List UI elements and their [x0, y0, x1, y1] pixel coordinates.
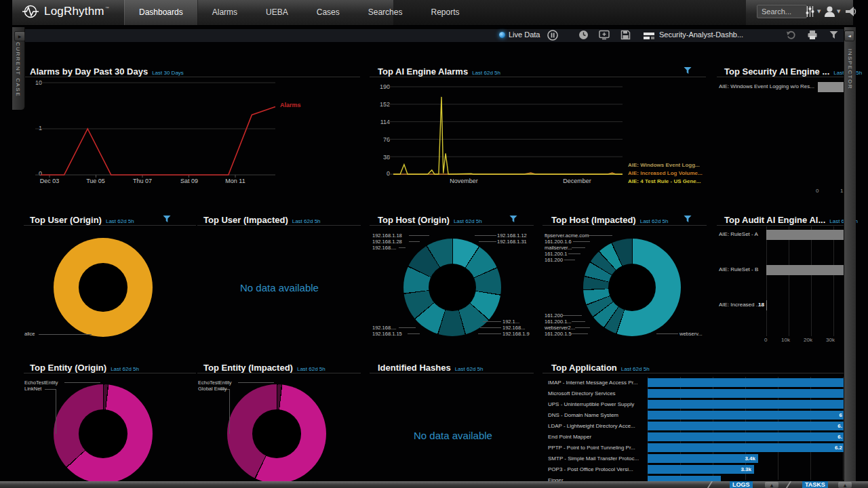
top-nav: LogRhythm ™ DashboardsAlarmsUEBACasesSea… — [12, 0, 853, 26]
nav-tab-ueba[interactable]: UEBA — [252, 0, 302, 25]
brand-logo[interactable]: LogRhythm ™ — [22, 4, 109, 19]
leader-line — [478, 333, 501, 334]
leader-line — [483, 321, 501, 322]
dashboard-selector[interactable]: Security-Analyst-Dashb... — [659, 30, 743, 39]
leader-line — [571, 333, 588, 334]
add-widget-icon[interactable] — [599, 30, 610, 43]
clock-icon[interactable] — [578, 30, 589, 43]
bar[interactable]: 3.3k — [648, 465, 754, 474]
bar-row-label: AIE: Windows Event Logging w/o Res... — [719, 83, 818, 89]
bar-row-label: Microsoft Directory Services — [548, 390, 646, 396]
gridline — [833, 226, 834, 336]
leader-line — [479, 241, 496, 242]
bar-value-label: 6. — [837, 423, 842, 429]
leader-line — [408, 333, 420, 334]
bar[interactable]: 6 — [648, 411, 852, 420]
bar-row-label: AIE: RuleSet - A — [719, 231, 765, 237]
nav-tab-alarms[interactable]: Alarms — [198, 0, 252, 25]
bar[interactable] — [648, 400, 852, 409]
donut-top-host-impacted[interactable] — [583, 239, 681, 336]
expand-tasks-button[interactable]: ▲ — [838, 482, 852, 488]
collapse-inspector-button[interactable]: ◄ — [844, 30, 854, 41]
leader-line — [238, 382, 274, 383]
bar[interactable] — [648, 378, 852, 387]
megaphone-icon[interactable] — [844, 6, 856, 20]
bar[interactable]: 18 — [766, 300, 767, 310]
chevron-down-icon[interactable]: ▼ — [817, 9, 821, 14]
undo-icon[interactable] — [786, 30, 796, 43]
donut-slice-label: 192.168.1.12 — [497, 232, 527, 239]
save-icon[interactable] — [620, 30, 631, 43]
search-input[interactable] — [757, 5, 807, 18]
legend-item[interactable]: AIE: 4 Test Rule - US Gene... — [628, 178, 701, 184]
panel-title-top-aie-alarms: Top AI Engine AlarmsLast 62d 5h — [378, 65, 500, 77]
panel-title-top-security-aie: Top Security AI Engine ...Last 62d 5h — [724, 65, 862, 77]
top-aie-alarms-line-chart[interactable] — [373, 78, 631, 181]
leader-line — [564, 260, 575, 260]
alarms-by-day-line-chart[interactable] — [27, 78, 285, 181]
leader-line — [572, 321, 585, 322]
panel-title-top-entity-origin: Top Entity (Origin)Last 62d 5h — [30, 361, 139, 373]
chevron-down-icon[interactable]: ▼ — [837, 9, 840, 14]
donut-slice-label: 161.200.1 — [545, 251, 567, 257]
inspector-panel-strip[interactable]: INSPECTOR — [844, 27, 856, 481]
donut-slice-label: EchoTestEntity — [24, 380, 58, 386]
leader-line — [656, 333, 678, 334]
logrhythm-dashboard: LogRhythm ™ DashboardsAlarmsUEBACasesSea… — [0, 0, 868, 488]
bar[interactable] — [766, 265, 852, 275]
user-icon[interactable] — [824, 5, 835, 20]
filter-icon[interactable] — [684, 214, 692, 226]
filter-icon[interactable] — [829, 30, 838, 42]
nav-tab-dashboards[interactable]: Dashboards — [124, 0, 198, 25]
pause-icon[interactable] — [547, 30, 558, 43]
bar[interactable] — [766, 230, 852, 240]
live-data-label[interactable]: Live Data — [509, 30, 540, 39]
filters-icon[interactable] — [806, 5, 814, 20]
filter-icon[interactable] — [509, 214, 517, 226]
nav-tab-reports[interactable]: Reports — [416, 0, 473, 25]
dashboard-layout-icon[interactable] — [644, 31, 654, 43]
bar[interactable]: 3.4k — [648, 454, 758, 463]
bar-value-label: 6.2 — [835, 445, 842, 451]
panel-title-identified-hashes: Identified HashesLast 62d 5h — [378, 361, 483, 373]
leader-line — [39, 334, 92, 335]
tasks-button[interactable]: TASKS — [802, 481, 828, 488]
print-icon[interactable] — [807, 30, 818, 43]
bar[interactable]: 6. — [648, 432, 852, 441]
bar[interactable] — [648, 389, 852, 398]
logs-button[interactable]: LOGS — [730, 481, 753, 488]
divider — [786, 481, 791, 488]
donut-slice-label: EchoTestEntity — [198, 380, 232, 386]
expand-left-panel-button[interactable]: ▶ — [14, 31, 25, 41]
donut-slice-label: 161.200.1... — [545, 319, 572, 325]
legend-item[interactable]: AIE: Increased Log Volume... — [628, 170, 703, 176]
nav-tab-cases[interactable]: Cases — [302, 0, 354, 25]
legend-item[interactable]: AIE: Windows Event Logg... — [628, 162, 700, 168]
donut-slice-label: 192.168.... — [372, 325, 396, 331]
bar-row-label: POP3 - Post Office Protocol Versi... — [548, 466, 646, 472]
bar-value-label: 6. — [837, 434, 842, 440]
inspector-label: INSPECTOR — [847, 49, 853, 89]
expand-logs-button[interactable]: ▲ — [765, 482, 778, 488]
panel-title-top-entity-impacted: Top Entity (Impacted)Last 62d 5h — [203, 361, 326, 373]
donut-slice-label: 161.200.1.5 — [545, 331, 572, 337]
filter-icon[interactable] — [684, 65, 692, 77]
leader-line — [64, 382, 100, 383]
leader-line — [563, 315, 582, 316]
leader-line — [480, 327, 501, 328]
donut-slice-label: 192.1... — [502, 319, 519, 325]
bar-row-label: LDAP - Lightweight Directory Acce... — [548, 423, 646, 429]
donut-top-user-origin[interactable] — [54, 238, 153, 337]
leader-line — [399, 327, 416, 328]
gridline — [811, 226, 812, 336]
x-axis-tick: 1 — [840, 188, 843, 194]
donut-top-entity-origin[interactable] — [54, 384, 153, 483]
bar[interactable]: 6.2 — [648, 443, 852, 452]
filter-icon[interactable] — [163, 214, 171, 226]
donut-slice-label: 192.168.1.28 — [372, 239, 402, 245]
gridline — [766, 226, 767, 336]
nav-tab-searches[interactable]: Searches — [354, 0, 417, 25]
donut-top-entity-impacted[interactable] — [227, 384, 326, 483]
bar[interactable]: 6. — [648, 422, 852, 430]
donut-slice-label: 192.168.1.18 — [372, 232, 402, 239]
